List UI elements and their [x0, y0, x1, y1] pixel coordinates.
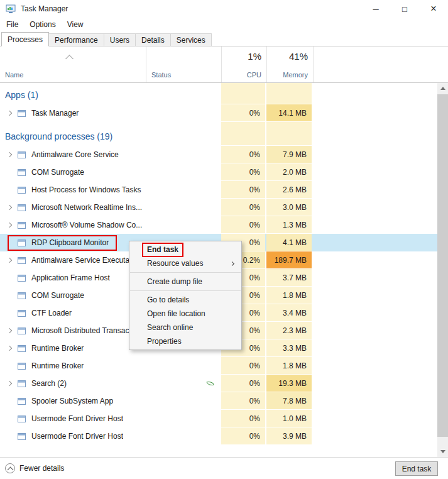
window-controls: ─ □ ×	[361, 0, 448, 18]
context-menu-item-search-online[interactable]: Search online	[129, 321, 241, 334]
table-row[interactable]: Usermode Font Driver Host 0% 3.9 MB	[0, 427, 448, 445]
context-menu-item-end-task[interactable]: End task	[129, 243, 241, 256]
status-cell	[146, 181, 221, 199]
process-name: Usermode Font Driver Host	[31, 414, 123, 423]
table-row[interactable]: COM Surrogate 0% 2.0 MB	[0, 163, 448, 181]
table-row[interactable]: Task Manager 0% 14.1 MB	[0, 104, 448, 122]
table-row[interactable]: Host Process for Windows Tasks 0% 2.6 MB	[0, 181, 448, 199]
minimize-button[interactable]: ─	[361, 0, 390, 18]
tab-performance[interactable]: Performance	[48, 33, 104, 46]
tab-services[interactable]: Services	[170, 33, 212, 46]
name-cell: Application Frame Host	[0, 269, 146, 287]
expand-chevron-icon[interactable]	[7, 223, 12, 228]
process-icon	[17, 291, 26, 300]
memory-cell: 3.7 MB	[266, 269, 312, 287]
expand-chevron-icon[interactable]	[7, 258, 12, 263]
context-menu-item-properties[interactable]: Properties	[129, 334, 241, 348]
memory-cell: 1.3 MB	[266, 216, 312, 234]
cpu-cell: 0%	[221, 199, 265, 216]
status-cell	[146, 216, 221, 234]
expand-chevron-icon[interactable]	[7, 152, 12, 157]
group-header-row[interactable]: Apps (1)	[0, 83, 448, 104]
end-task-button[interactable]: End task	[395, 461, 438, 476]
row-filler	[313, 83, 448, 104]
process-icon	[17, 150, 26, 160]
table-row[interactable]: Antimalware Core Service 0% 7.9 MB	[0, 146, 448, 163]
tab-details[interactable]: Details	[135, 33, 171, 46]
process-name: COM Surrogate	[31, 291, 84, 300]
cpu-column-label: CPU	[247, 71, 261, 79]
close-button[interactable]: ×	[419, 0, 448, 18]
expand-chevron-icon[interactable]	[7, 111, 12, 116]
name-cell: Runtime Broker	[0, 339, 146, 357]
process-icon	[17, 361, 26, 371]
task-manager-window: Task Manager ─ □ × FileOptionsView Proce…	[0, 0, 448, 479]
scroll-down-button[interactable]	[437, 446, 448, 457]
memory-cell: 4.1 MB	[266, 234, 312, 251]
cpu-cell	[221, 83, 265, 104]
maximize-button[interactable]: □	[390, 0, 419, 18]
process-name: Host Process for Windows Tasks	[31, 185, 141, 194]
name-cell: Search (2)	[0, 375, 146, 392]
process-name: Microsoft Network Realtime Ins...	[31, 203, 142, 212]
row-filler	[313, 104, 448, 122]
column-header-cpu[interactable]: 1% CPU	[221, 47, 266, 82]
process-name: RDP Clipboard Monitor	[31, 238, 109, 247]
cpu-cell: 0%	[221, 392, 265, 410]
menu-item-label: Properties	[147, 337, 182, 346]
expand-chevron-icon[interactable]	[7, 205, 12, 210]
cpu-cell	[221, 122, 265, 146]
context-menu-item-create-dump-file[interactable]: Create dump file	[129, 275, 241, 289]
vertical-scrollbar[interactable]	[437, 83, 448, 457]
cpu-cell: 0%	[221, 375, 265, 392]
name-cell: Microsoft Network Realtime Ins...	[0, 199, 146, 216]
row-filler	[313, 216, 448, 234]
context-menu-item-resource-values[interactable]: Resource values	[129, 256, 241, 270]
memory-cell: 3.9 MB	[266, 427, 312, 445]
column-header-status[interactable]: Status	[146, 47, 221, 82]
scroll-up-button[interactable]	[437, 83, 448, 94]
context-menu-item-go-to-details[interactable]: Go to details	[129, 293, 241, 307]
cpu-cell: 0%	[221, 410, 265, 427]
process-icon	[17, 397, 26, 406]
column-header-memory[interactable]: 41% Memory	[266, 47, 313, 82]
process-icon	[17, 414, 26, 424]
menu-bar-item-file[interactable]: File	[1, 20, 24, 29]
status-cell	[146, 427, 221, 445]
fewer-details-toggle[interactable]: Fewer details	[5, 463, 64, 473]
expand-chevron-icon[interactable]	[7, 346, 12, 351]
menu-bar-item-view[interactable]: View	[62, 20, 89, 29]
table-row[interactable]: Usermode Font Driver Host 0% 1.0 MB	[0, 410, 448, 427]
group-header-row[interactable]: Background processes (19)	[0, 122, 448, 146]
table-row[interactable]: Search (2) 0% 19.3 MB	[0, 375, 448, 392]
process-name: Runtime Broker	[31, 361, 84, 370]
table-row[interactable]: Microsoft® Volume Shadow Co... 0% 1.3 MB	[0, 216, 448, 234]
context-menu-item-open-file-location[interactable]: Open file location	[129, 307, 241, 321]
scrollbar-track[interactable]	[437, 94, 448, 446]
tab-processes[interactable]: Processes	[1, 32, 49, 47]
menu-item-label: Go to details	[147, 295, 189, 304]
column-header-name[interactable]: Name	[0, 47, 146, 82]
name-column-label: Name	[5, 71, 23, 79]
status-cell	[146, 146, 221, 163]
menu-separator	[130, 290, 241, 291]
row-filler	[313, 251, 448, 269]
scrollbar-thumb[interactable]	[437, 94, 448, 437]
menu-item-label: Search online	[147, 323, 193, 332]
table-row[interactable]: Runtime Broker 0% 1.8 MB	[0, 357, 448, 375]
expand-chevron-icon[interactable]	[7, 328, 12, 333]
table-row[interactable]: Spooler SubSystem App 0% 7.8 MB	[0, 392, 448, 410]
process-name: Antimalware Service Executab...	[31, 256, 140, 265]
process-icon	[17, 309, 26, 318]
cpu-total-percent: 1%	[248, 51, 261, 62]
process-name: Microsoft Distributed Transac...	[31, 326, 135, 335]
footer-bar: Fewer details End task	[0, 457, 448, 479]
table-row[interactable]: Microsoft Network Realtime Ins... 0% 3.0…	[0, 199, 448, 216]
memory-cell: 1.0 MB	[266, 410, 312, 427]
cpu-cell: 0%	[221, 146, 265, 163]
menu-bar-item-options[interactable]: Options	[24, 20, 61, 29]
expand-chevron-icon[interactable]	[7, 381, 12, 386]
row-filler	[313, 163, 448, 181]
process-name: COM Surrogate	[31, 168, 84, 177]
tab-users[interactable]: Users	[104, 33, 136, 46]
